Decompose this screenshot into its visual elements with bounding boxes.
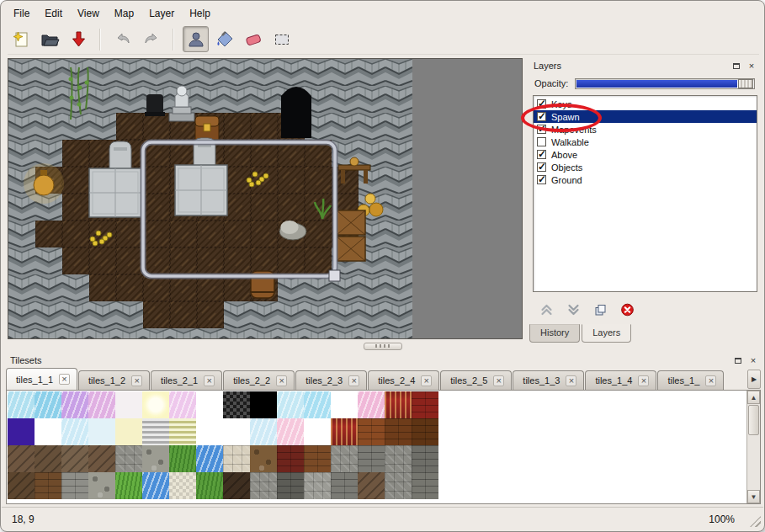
tileset-tile[interactable] <box>196 418 223 445</box>
tab-scroll-right-button[interactable]: ▶ <box>747 370 761 389</box>
open-map-button[interactable] <box>36 26 62 52</box>
opacity-slider[interactable] <box>575 78 755 89</box>
scrollbar-track[interactable] <box>747 436 760 490</box>
tileset-tile[interactable] <box>385 445 412 472</box>
tileset-tile[interactable] <box>196 445 223 472</box>
tileset-tile[interactable] <box>277 391 304 418</box>
save-map-button[interactable] <box>65 26 91 52</box>
layer-row-keys[interactable]: Keys <box>534 98 757 110</box>
tab-close-icon[interactable]: × <box>566 375 576 386</box>
layer-visibility-checkbox[interactable] <box>537 150 546 159</box>
tileset-tile[interactable] <box>169 445 196 472</box>
horizontal-splitter[interactable] <box>4 341 761 351</box>
tileset-tile[interactable] <box>115 418 142 445</box>
layer-visibility-checkbox[interactable] <box>537 162 546 172</box>
menu-item-edit[interactable]: Edit <box>37 5 70 22</box>
tileset-tab-tiles_2_3[interactable]: tiles_2_3× <box>295 370 367 390</box>
tileset-tile[interactable] <box>88 418 115 445</box>
tileset-tile[interactable] <box>223 418 250 445</box>
tab-close-icon[interactable]: × <box>204 375 215 386</box>
tileset-tile[interactable] <box>385 391 412 418</box>
tileset-tile[interactable] <box>331 418 358 445</box>
tileset-tile[interactable] <box>142 418 169 445</box>
new-map-button[interactable] <box>8 26 34 52</box>
raise-layer-button[interactable] <box>538 301 555 318</box>
menu-item-file[interactable]: File <box>6 5 37 22</box>
tileset-tile[interactable] <box>88 445 115 472</box>
delete-layer-button[interactable] <box>619 301 635 318</box>
tileset-tile[interactable] <box>412 418 438 445</box>
tileset-tab-tiles_1_3[interactable]: tiles_1_3× <box>513 370 584 390</box>
tilesets-float-button[interactable] <box>732 355 744 366</box>
tileset-tile[interactable] <box>8 472 35 499</box>
tileset-tile[interactable] <box>196 391 223 418</box>
layer-row-walkable[interactable]: Walkable <box>534 136 757 148</box>
tileset-tile[interactable] <box>196 472 223 499</box>
tab-close-icon[interactable]: × <box>276 375 287 386</box>
tileset-tile[interactable] <box>115 472 142 499</box>
layers-float-button[interactable] <box>730 61 742 72</box>
lower-layer-button[interactable] <box>565 301 582 318</box>
tileset-tile[interactable] <box>250 418 277 445</box>
tileset-tab-tiles_1_2[interactable]: tiles_1_2× <box>78 370 150 390</box>
layers-close-button[interactable]: × <box>746 61 757 72</box>
tileset-tile[interactable] <box>61 445 88 472</box>
menu-item-view[interactable]: View <box>70 5 107 22</box>
tileset-tile[interactable] <box>115 391 142 418</box>
tileset-scrollbar[interactable]: ▲ ▼ <box>746 391 760 503</box>
tileset-tile[interactable] <box>35 445 61 472</box>
map-canvas[interactable] <box>8 59 412 339</box>
layer-visibility-checkbox[interactable] <box>537 99 546 109</box>
fill-tool-button[interactable] <box>211 26 237 52</box>
menu-item-layer[interactable]: Layer <box>141 5 182 22</box>
layer-visibility-checkbox[interactable] <box>537 137 546 146</box>
tileset-tile[interactable] <box>142 445 169 472</box>
layer-row-spawn[interactable]: Spawn <box>534 110 757 123</box>
tab-close-icon[interactable]: × <box>705 375 716 386</box>
tileset-tile[interactable] <box>304 445 331 472</box>
tileset-tile[interactable] <box>304 391 331 418</box>
tileset-tile[interactable] <box>142 391 169 418</box>
tileset-tile[interactable] <box>223 472 250 499</box>
tileset-tile[interactable] <box>331 472 358 499</box>
tileset-tile[interactable] <box>88 472 115 499</box>
tileset-tab-tiles_1_4[interactable]: tiles_1_4× <box>585 370 656 390</box>
opacity-handle[interactable] <box>738 79 753 88</box>
map-view[interactable] <box>8 58 523 339</box>
layer-row-mapevents[interactable]: Mapevents <box>534 123 757 136</box>
tileset-tile[interactable] <box>358 418 385 445</box>
tileset-tile[interactable] <box>412 391 438 418</box>
layer-visibility-checkbox[interactable] <box>537 175 546 184</box>
tileset-tab-tiles_2_1[interactable]: tiles_2_1× <box>151 370 222 390</box>
tileset-tile[interactable] <box>61 418 88 445</box>
tileset-tile[interactable] <box>115 445 142 472</box>
tileset-tile[interactable] <box>250 445 277 472</box>
tileset-tile[interactable] <box>331 445 358 472</box>
layer-row-objects[interactable]: Objects <box>534 161 757 173</box>
dock-tab-history[interactable]: History <box>529 324 580 343</box>
tab-close-icon[interactable]: × <box>348 375 359 386</box>
tileset-tile[interactable] <box>412 472 438 499</box>
undo-button[interactable] <box>109 26 135 52</box>
tileset-tile[interactable] <box>142 472 169 499</box>
layer-row-ground[interactable]: Ground <box>534 173 757 186</box>
tileset-tile[interactable] <box>277 418 304 445</box>
tilesets-close-button[interactable]: × <box>747 355 759 366</box>
scrollbar-thumb[interactable] <box>748 405 759 435</box>
redo-button[interactable] <box>138 26 164 52</box>
tileset-tile[interactable] <box>331 391 358 418</box>
tileset-tile[interactable] <box>169 472 196 499</box>
tileset-tile[interactable] <box>61 391 88 418</box>
layer-visibility-checkbox[interactable] <box>537 125 546 134</box>
duplicate-layer-button[interactable] <box>592 301 608 318</box>
tileset-tile[interactable] <box>61 472 88 499</box>
tileset-tile[interactable] <box>358 472 385 499</box>
tileset-tab-tiles_2_4[interactable]: tiles_2_4× <box>368 370 439 390</box>
eraser-tool-button[interactable] <box>240 26 266 52</box>
tileset-tile[interactable] <box>385 418 412 445</box>
splitter-grip[interactable] <box>364 343 402 350</box>
tileset-tile[interactable] <box>304 472 331 499</box>
tileset-tile[interactable] <box>35 391 61 418</box>
dock-tab-layers[interactable]: Layers <box>582 324 631 343</box>
tab-close-icon[interactable]: × <box>131 375 142 386</box>
